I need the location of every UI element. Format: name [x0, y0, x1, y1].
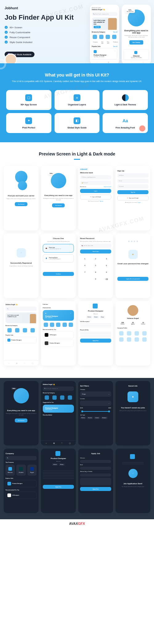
- password-field[interactable]: Password: [117, 184, 148, 189]
- hero-image: 700K+: [14, 388, 29, 403]
- search-input[interactable]: 🔍: [6, 456, 37, 460]
- get-started-button[interactable]: Get Started: [15, 418, 27, 422]
- email-field[interactable]: E-mail: [117, 179, 148, 183]
- promo-banner: Let's find a new job suitable for you Fi…: [92, 18, 117, 30]
- avatar: [128, 305, 138, 316]
- briefcase-icon: 💼: [46, 247, 47, 249]
- cv-upload[interactable]: [80, 478, 111, 485]
- google-login-button[interactable]: GLog in with Google: [80, 194, 111, 199]
- chevron-down-icon: ⌄: [108, 402, 109, 404]
- screen-choose: Choose One Let's select your best choice…: [41, 234, 76, 298]
- font-icon: Aa: [122, 117, 129, 124]
- company-card[interactable]: Zendesk: [16, 465, 26, 476]
- company-card[interactable]: Paypal: [27, 465, 37, 476]
- apply-button[interactable]: Apply Now: [43, 485, 74, 489]
- company-card[interactable]: Atlassian Sydney, Australia: [124, 49, 149, 60]
- screen-dark-onboard: 700K+ Everything you need in one app Fin…: [4, 381, 38, 446]
- pixel-icon: ✦: [25, 117, 32, 124]
- screen-dark-filters: Set Filters Category Design⌄ Location ⌄ …: [78, 381, 113, 446]
- preview-row-dark: Company 🔍 Top Company Atlassian Zendesk …: [4, 449, 150, 513]
- name-field[interactable]: Full Name: [117, 173, 148, 178]
- stat-badge: 700K+Job Vacancy: [125, 9, 135, 13]
- company-logo: [130, 454, 135, 459]
- search-input[interactable]: 🔍 Search job, company, etc: [92, 12, 117, 16]
- signup-button[interactable]: Sign Up: [117, 190, 148, 194]
- send-code-button[interactable]: Send Code: [80, 249, 111, 253]
- apply-button[interactable]: Apply Now: [80, 487, 111, 491]
- check-icon: ✓: [5, 31, 8, 34]
- check-icon: ✓: [5, 26, 8, 29]
- success-icon: ✓: [128, 469, 138, 478]
- guide-icon: ◧: [74, 117, 80, 124]
- screen-registered: ✓ Successfully Registered Congratulation…: [4, 234, 38, 298]
- keypad[interactable]: 1234567890⌫: [80, 256, 111, 282]
- screen-dark-saved: Saved Job 📄 You haven't saved any jobs W…: [116, 381, 150, 446]
- location-select[interactable]: ⌄: [80, 401, 111, 406]
- promo-banner: Let's find a new job suitable for you: [6, 312, 37, 323]
- user-name: Helena Angel 👋: [92, 9, 117, 10]
- choice-find-employee[interactable]: 👤Find employeeI want to find employees: [43, 254, 74, 263]
- preview-row: Find job and build your carrier Explore …: [4, 166, 150, 230]
- search-input[interactable]: 🔍: [6, 307, 37, 311]
- salary-slider[interactable]: [81, 411, 110, 412]
- login-button[interactable]: Log in: [80, 189, 111, 193]
- dark-preview-section: AVAXGFX.COM AVAXGFX.COM 700K+ Everything…: [0, 378, 154, 519]
- company-grid: Atlassian Zendesk Paypal: [6, 465, 37, 476]
- website-field[interactable]: [80, 473, 111, 477]
- screen-profile: Helena Angel 328Follower 32Applied 12Rev…: [116, 301, 150, 366]
- login-new-button[interactable]: Login with new password: [117, 277, 148, 281]
- get-started-button[interactable]: Get Started: [52, 203, 64, 207]
- features-section: AVAXGFX.COM What you will get in this UI…: [0, 63, 154, 142]
- lock-icon: 🔓: [128, 250, 138, 259]
- section-desc: This UI kit is compatible with iOS Syste…: [6, 80, 148, 83]
- find-job-button[interactable]: Find Job: [94, 26, 101, 28]
- job-item[interactable]: UI Designer: [43, 331, 74, 339]
- job-item[interactable]: Product Designer: [43, 340, 74, 347]
- job-item[interactable]: UI Designer: [6, 492, 37, 499]
- company-logo: [93, 304, 98, 308]
- password-field[interactable]: 🔒 Password: [80, 181, 111, 185]
- atlassian-icon: [134, 51, 137, 54]
- screen-password-changed: 🔓 Great! your password has changed Login…: [116, 234, 150, 298]
- email-field[interactable]: ✉ Helena_angel@gmail.com: [80, 175, 111, 179]
- section-title: What you will get in this UI Kit?: [6, 73, 148, 77]
- category-select[interactable]: Design⌄: [80, 391, 111, 397]
- phone-field[interactable]: 🇺🇸 +062 812 3456 7890: [80, 244, 111, 248]
- name-field[interactable]: [80, 460, 111, 463]
- screen-dark-applied: ✓ Job Application Sent! You will get not…: [116, 449, 150, 513]
- phone-preview-home: Welcome back Helena Angel 👋 🔍 Search job…: [90, 5, 119, 65]
- bottom-nav[interactable]: ⌂▦♡◯: [41, 440, 76, 446]
- bookmark-icon[interactable]: ♡: [114, 50, 116, 52]
- get-started-button[interactable]: Get Started: [15, 202, 27, 206]
- empty-state-icon: 📄: [128, 391, 138, 402]
- google-signup-button[interactable]: GSign up with Google: [117, 196, 148, 201]
- email-field[interactable]: [80, 467, 111, 470]
- get-started-button[interactable]: Get Started: [129, 40, 144, 45]
- screen-icon: ▢: [25, 94, 32, 101]
- profile-stats: 328Follower 32Applied 12Reviews: [117, 322, 148, 325]
- search-input[interactable]: 🔍 Search job, company, etc: [43, 387, 74, 391]
- screen-fulltime: Full-time Featured Job ◆♡ Product Design…: [41, 301, 76, 366]
- screen-home: Helena Angel 👋 🔍 Let's find a new job su…: [4, 301, 38, 366]
- job-card[interactable]: Product Designer: [6, 337, 37, 344]
- footer-logo: AVAXGFX: [0, 519, 154, 528]
- feature-card: ▢90+ App Screen: [6, 90, 51, 110]
- screen-dark-company-detail: Product Designer Atlassian Full timeRemo…: [41, 449, 76, 513]
- feature-card: ≡Organized Layers: [55, 90, 100, 110]
- deco-dot: [139, 125, 145, 132]
- category-labels: CompanyFull-timePart-timeFreelance: [92, 41, 117, 45]
- person-icon: 👤: [46, 257, 47, 259]
- choice-find-job[interactable]: 💼Find a jobI want to find a job for me: [43, 244, 74, 253]
- feature-card: ✦Pixel Perfect: [6, 113, 51, 133]
- company-card[interactable]: Atlassian: [6, 465, 15, 476]
- chevron-down-icon: ⌄: [108, 393, 109, 395]
- featured-job-card[interactable]: ◆♡ Product Designer $45K - $60K/Year: [43, 310, 74, 321]
- job-item[interactable]: Product Designer: [6, 480, 37, 487]
- apply-button[interactable]: Apply Now: [80, 339, 111, 343]
- bottom-nav[interactable]: ⌂▦♡◯: [4, 360, 38, 366]
- hero-image: 700K+: [51, 173, 66, 188]
- featured-card[interactable]: Product Designer Sydney, Australia: [43, 405, 74, 413]
- job-card[interactable]: ♡ Product Designer Sydney, Australia: [92, 48, 117, 59]
- hero-phone-previews: Welcome back Helena Angel 👋 🔍 Search job…: [90, 5, 151, 65]
- continue-button[interactable]: Continue: [43, 272, 74, 276]
